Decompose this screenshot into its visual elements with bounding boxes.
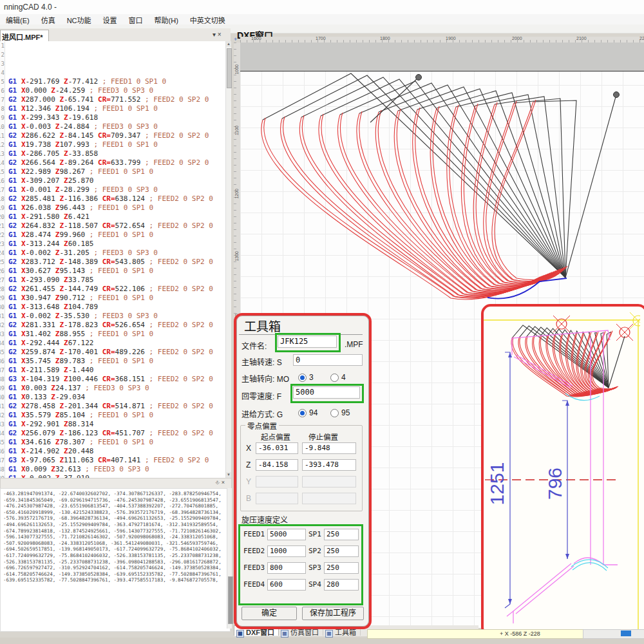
offset-stop-Z[interactable]: -393.478 bbox=[302, 459, 356, 471]
offset-start-B[interactable] bbox=[256, 493, 298, 504]
editor-scrollbar[interactable]: ▲ ▼ bbox=[225, 41, 231, 478]
gcode-line[interactable]: 40G1 X0.133 Z-29.034 bbox=[0, 393, 225, 402]
gcode-line[interactable]: 38G3 X-104.319 Z100.446 CR=368.151 ; FEE… bbox=[0, 375, 225, 384]
gcode-line[interactable]: 30G1 X-313.648 Z104.789 bbox=[0, 303, 225, 312]
gcode-line[interactable]: 31G1 X-0.002 Z-35.530 ; FEED3 0 SP3 0 bbox=[0, 312, 225, 321]
zoom-preview-panel[interactable]: 1251796 bbox=[481, 304, 644, 637]
input-FEED4[interactable]: 600 bbox=[267, 579, 306, 591]
ok-button[interactable]: 确定 bbox=[242, 607, 297, 620]
gcode-line[interactable]: 27G1 X-293.090 Z33.785 bbox=[0, 276, 225, 285]
scroll-down-icon[interactable]: ▼ bbox=[226, 472, 231, 478]
gcode-line[interactable]: 35G2 X259.874 Z-170.401 CR=489.226 ; FEE… bbox=[0, 348, 225, 357]
gcode-line[interactable]: 19G1 X26.038 Z96.443 ; FEED1 0 SP1 0 bbox=[0, 204, 225, 213]
input-FEED3[interactable]: 800 bbox=[267, 562, 306, 574]
offset-stop-X[interactable]: -9.848 bbox=[302, 442, 356, 454]
gcode-line[interactable]: 44G2 X256.079 Z-186.123 CR=451.707 ; FEE… bbox=[0, 429, 225, 438]
radio-dir-4[interactable] bbox=[330, 374, 339, 382]
gcode-line[interactable]: 10G1 X-0.003 Z-24.884 ; FEED3 0 SP3 0 bbox=[0, 122, 225, 131]
gcode-line[interactable]: 15G1 X22.989 Z98.267 ; FEED1 0 SP1 0 bbox=[0, 167, 225, 176]
gcode-editor[interactable]: 1 2 3 4 5G1 X-291.769 Z-77.412 ; FEED1 0… bbox=[0, 41, 225, 478]
gcode-line[interactable]: 9G1 X-299.343 Z-19.618 bbox=[0, 113, 225, 122]
gcode-line[interactable]: 8G1 X12.346 Z106.194 ; FEED1 0 SP1 0 bbox=[0, 104, 225, 113]
ruler-label: 1300 bbox=[234, 251, 239, 261]
gcode-line[interactable]: 28G2 X261.455 Z-144.749 CR=522.106 ; FEE… bbox=[0, 285, 225, 294]
gcode-line[interactable]: 36G1 X35.745 Z89.783 ; FEED1 0 SP1 0 bbox=[0, 357, 225, 366]
gcode-line[interactable]: 1 bbox=[0, 41, 225, 50]
radio-g95[interactable] bbox=[330, 409, 339, 417]
gcode-line[interactable]: 32G2 X281.331 Z-178.823 CR=526.654 ; FEE… bbox=[0, 321, 225, 330]
gcode-line[interactable]: 43G1 X-292.901 Z88.314 bbox=[0, 420, 225, 429]
gcode-line[interactable]: 45G1 X34.616 Z78.307 ; FEED1 0 SP1 0 bbox=[0, 438, 225, 447]
gcode-line[interactable]: 25G2 X283.712 Z-148.389 CR=543.805 ; FEE… bbox=[0, 258, 225, 267]
ruler-label: 1100 bbox=[234, 126, 239, 135]
input-SP3[interactable]: 250 bbox=[324, 562, 359, 574]
offset-stop-Y[interactable] bbox=[302, 476, 356, 488]
gcode-line[interactable]: 23G1 X-313.244 Z60.185 bbox=[0, 240, 225, 249]
radio-dir-3[interactable] bbox=[298, 374, 307, 382]
gcode-line[interactable]: 47G3 X-97.065 Z111.063 CR=407.141 ; FEED… bbox=[0, 456, 225, 465]
hscroll-thumb[interactable] bbox=[621, 630, 631, 636]
gcode-line[interactable]: 24G1 X-0.002 Z-31.205 ; FEED3 0 SP3 0 bbox=[0, 249, 225, 258]
window-tab-icon: ▦ bbox=[236, 630, 244, 638]
offset-stop-B[interactable] bbox=[302, 493, 356, 504]
radio-g94-label: 94 bbox=[309, 408, 317, 417]
dimension-1251: 1251 bbox=[486, 462, 507, 506]
toolbox-dialog[interactable]: 工具箱文件名:JFK125.MPF主轴转速: S0主轴转向: MO34回零速度:… bbox=[234, 313, 372, 629]
close-icon[interactable]: × bbox=[222, 479, 225, 486]
gcode-line[interactable]: 22G1 X28.474 Z99.960 ; FEED1 0 SP1 0 bbox=[0, 231, 225, 240]
editor-scroll-thumb[interactable] bbox=[227, 48, 232, 88]
offset-start-Y[interactable] bbox=[256, 476, 298, 488]
gcode-line[interactable]: 33G1 X31.402 Z88.955 ; FEED1 0 SP1 0 bbox=[0, 330, 225, 339]
gcode-line[interactable]: 26G1 X30.627 Z95.143 ; FEED1 0 SP1 0 bbox=[0, 267, 225, 276]
home-speed-input[interactable]: 5000 bbox=[293, 386, 360, 399]
coord-scroll-thumb[interactable] bbox=[228, 576, 233, 624]
coord-scrollbar[interactable] bbox=[227, 488, 232, 629]
gcode-line[interactable]: 14G2 X266.564 Z-89.264 CR=633.799 ; FEED… bbox=[0, 158, 225, 167]
gcode-line[interactable]: 3 bbox=[0, 59, 225, 68]
offset-start-X[interactable]: -36.031 bbox=[256, 442, 298, 454]
gcode-line[interactable]: 41G2 X278.458 Z-201.344 CR=514.871 ; FEE… bbox=[0, 402, 225, 411]
gcode-line[interactable]: 20G1 X-291.580 Z6.421 bbox=[0, 213, 225, 222]
scroll-up-icon[interactable]: ▲ bbox=[226, 41, 231, 47]
gcode-line[interactable]: 21G2 X264.832 Z-118.507 CR=572.654 ; FEE… bbox=[0, 222, 225, 231]
pin-icon[interactable]: ⎀ bbox=[215, 479, 220, 486]
gcode-line[interactable]: 13G1 X-286.705 Z-33.858 bbox=[0, 149, 225, 158]
offset-axis-B: B bbox=[246, 494, 251, 503]
gcode-line[interactable]: 7G2 X287.000 Z-65.741 CR=771.552 ; FEED2… bbox=[0, 95, 225, 104]
offset-axis-Z: Z bbox=[246, 460, 251, 469]
horizontal-scrollbar[interactable] bbox=[583, 629, 644, 639]
gcode-line[interactable]: 2 bbox=[0, 50, 225, 59]
ruler-label: 1200 bbox=[234, 189, 239, 199]
input-FEED1[interactable]: 5000 bbox=[267, 529, 306, 540]
gcode-line[interactable]: 46G1 X-214.902 Z20.448 bbox=[0, 447, 225, 456]
input-SP2[interactable]: 250 bbox=[324, 545, 359, 557]
file-input[interactable]: JFK125 bbox=[278, 336, 337, 348]
gcode-line[interactable]: 12G1 X19.738 Z107.993 ; FEED1 0 SP1 0 bbox=[0, 140, 225, 149]
input-FEED2[interactable]: 1000 bbox=[267, 545, 306, 557]
coord-output-list[interactable]: -463.281947091374, -22.6740032602702, -3… bbox=[0, 488, 231, 632]
gcode-line[interactable]: 42G1 X35.579 Z85.104 ; FEED1 0 SP1 0 bbox=[0, 411, 225, 420]
gcode-line[interactable]: 17G1 X-0.001 Z-28.299 ; FEED3 0 SP3 0 bbox=[0, 185, 225, 194]
gcode-line[interactable]: 39G1 X0.003 Z24.137 ; FEED3 0 SP3 0 bbox=[0, 384, 225, 393]
tabstrip-buttons[interactable]: ▾ × bbox=[213, 31, 222, 38]
input-SP4[interactable]: 280 bbox=[324, 579, 359, 591]
radio-g94[interactable] bbox=[298, 409, 307, 417]
gcode-line[interactable]: 11G2 X286.622 Z-84.145 CR=709.347 ; FEED… bbox=[0, 131, 225, 140]
gcode-line[interactable]: 29G1 X30.947 Z90.712 ; FEED1 0 SP1 0 bbox=[0, 294, 225, 303]
window-tab-icon: ▦ bbox=[281, 630, 289, 638]
gcode-line[interactable]: 48G1 X0.009 Z32.613 ; FEED3 0 SP3 0 bbox=[0, 465, 225, 474]
gcode-line[interactable]: 5G1 X-291.769 Z-77.412 ; FEED1 0 SP1 0 bbox=[0, 77, 225, 86]
gcode-line[interactable]: 37G1 X-211.589 Z-1.440 bbox=[0, 366, 225, 375]
gcode-line[interactable]: 6G1 X0.000 Z-24.259 ; FEED3 0 SP3 0 bbox=[0, 86, 225, 95]
gcode-line[interactable]: 34G1 X-292.444 Z67.122 bbox=[0, 339, 225, 348]
gcode-line[interactable]: 18G2 X285.481 Z-116.386 CR=638.124 ; FEE… bbox=[0, 194, 225, 204]
ruler-origin-icon: + bbox=[234, 36, 240, 43]
save-program-button[interactable]: 保存加工程序 bbox=[302, 607, 364, 620]
gcode-line[interactable]: 16G1 X-309.207 Z25.870 bbox=[0, 176, 225, 185]
input-SP1[interactable]: 250 bbox=[324, 529, 359, 540]
speed-group-title: 旋压速度定义 bbox=[242, 514, 288, 525]
ruler-label: 1000 bbox=[234, 64, 239, 75]
offset-start-Z[interactable]: -84.158 bbox=[256, 459, 298, 471]
spindle-speed-input[interactable]: 0 bbox=[293, 354, 363, 366]
gcode-line[interactable]: 4 bbox=[0, 68, 225, 77]
